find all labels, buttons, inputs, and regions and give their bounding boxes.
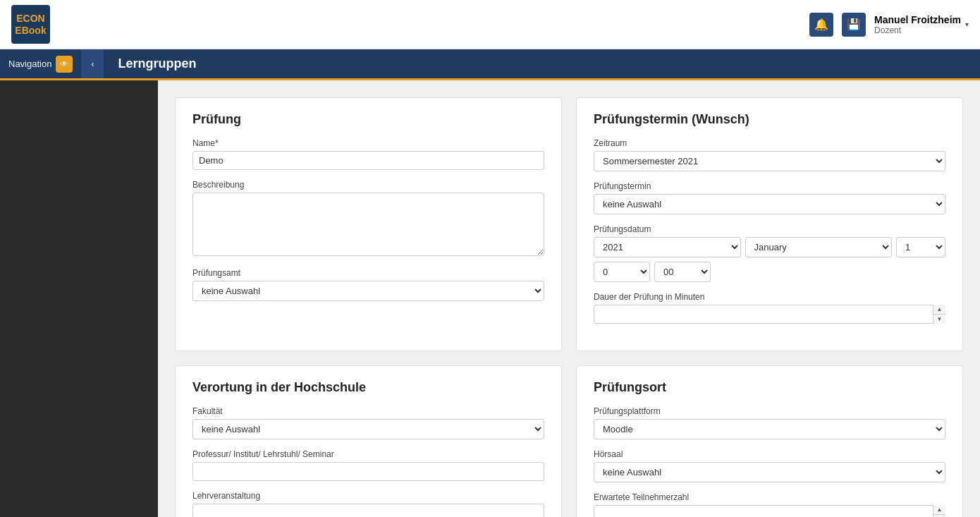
user-chevron-icon: ▾ (965, 20, 969, 28)
content-area: Prüfung Name* Beschreibung Prüfungsamt k… (158, 80, 980, 517)
verortung-title: Verortung in der Hochschule (192, 380, 544, 395)
collapse-button[interactable]: ‹ (81, 49, 104, 78)
pruefungstermin-card: Prüfungstermin (Wunsch) Zeitraum Sommers… (576, 97, 963, 351)
teilnehmer-label: Erwartete Teilnehmerzahl (594, 492, 945, 502)
pruefungsamt-select[interactable]: keine Auswahl (192, 281, 544, 301)
dauer-input[interactable] (594, 305, 945, 324)
date-row: 2021 2022 2023 January February March Ap… (594, 237, 945, 257)
hour-select[interactable]: 01234 56789 1011121314 1516171819 202122… (594, 262, 650, 282)
dauer-label: Dauer der Prüfung in Minuten (594, 292, 945, 302)
professur-group: Professur/ Institut/ Lehrstuhl/ Seminar (192, 449, 544, 481)
beschreibung-textarea[interactable] (192, 193, 544, 256)
hoersaal-group: Hörsaal keine Auswahl (594, 449, 945, 482)
beschreibung-group: Beschreibung (192, 180, 544, 258)
minute-select[interactable]: 00153045 (654, 262, 711, 282)
zeitraum-label: Zeitraum (594, 138, 945, 148)
topbar-right: 🔔 💾 Manuel Froitzheim Dozent ▾ (809, 13, 969, 37)
lehrveranstaltung-input[interactable] (192, 504, 544, 517)
name-label: Name* (192, 138, 544, 148)
plattform-group: Prüfungsplattform Moodle Zoom Teams (594, 406, 945, 439)
main-layout: Prüfung Name* Beschreibung Prüfungsamt k… (0, 80, 980, 517)
dauer-spinner: ▲ ▼ (933, 305, 945, 324)
pruefungsamt-label: Prüfungsamt (192, 268, 544, 278)
page-title: Lerngruppen (104, 56, 196, 71)
pruefungstermin-select[interactable]: keine Auswahl (594, 194, 945, 214)
lehrveranstaltung-label: Lehrveranstaltung (192, 491, 544, 501)
teilnehmer-wrapper: ▲ ▼ (594, 505, 945, 517)
beschreibung-label: Beschreibung (192, 180, 544, 190)
user-name: Manuel Froitzheim (874, 14, 961, 25)
zeitraum-select[interactable]: Sommersemester 2021 (594, 151, 945, 171)
eye-icon[interactable]: 👁 (56, 56, 73, 73)
year-select[interactable]: 2021 2022 2023 (594, 237, 741, 257)
pruefungsort-title: Prüfungsort (594, 380, 945, 395)
navbar: Navigation 👁 ‹ Lerngruppen (0, 49, 980, 80)
collapse-icon: ‹ (91, 59, 94, 69)
lehrveranstaltung-group: Lehrveranstaltung (192, 491, 544, 517)
time-row: 01234 56789 1011121314 1516171819 202122… (594, 262, 945, 282)
logo[interactable]: ECON EBook (11, 5, 50, 44)
professur-label: Professur/ Institut/ Lehrstuhl/ Seminar (192, 449, 544, 459)
dauer-wrapper: ▲ ▼ (594, 305, 945, 324)
day-select[interactable]: 12345 678910 (896, 237, 945, 257)
teilnehmer-input[interactable] (594, 505, 945, 517)
zeitraum-group: Zeitraum Sommersemester 2021 (594, 138, 945, 171)
pruefungstermin-label: Prüfungstermin (594, 181, 945, 191)
fakultaet-group: Fakultät keine Auswahl (192, 406, 544, 439)
dauer-up-button[interactable]: ▲ (933, 305, 945, 315)
user-role: Dozent (874, 25, 961, 35)
pruefung-title: Prüfung (192, 112, 544, 127)
pruefungsdatum-group: Prüfungsdatum 2021 2022 2023 January Feb… (594, 224, 945, 282)
month-select[interactable]: January February March April May June Ju… (745, 237, 893, 257)
save-icon[interactable]: 💾 (842, 13, 866, 37)
teilnehmer-group: Erwartete Teilnehmerzahl ▲ ▼ (594, 492, 945, 517)
pruefungsdatum-label: Prüfungsdatum (594, 224, 945, 234)
fakultaet-label: Fakultät (192, 406, 544, 416)
pruefungstermin-title: Prüfungstermin (Wunsch) (594, 112, 945, 127)
sidebar (0, 80, 158, 517)
professur-input[interactable] (192, 462, 544, 481)
verortung-card: Verortung in der Hochschule Fakultät kei… (175, 365, 562, 517)
pruefungsamt-group: Prüfungsamt keine Auswahl (192, 268, 544, 301)
teilnehmer-up-button[interactable]: ▲ (933, 505, 945, 515)
plattform-select[interactable]: Moodle Zoom Teams (594, 419, 945, 439)
hoersaal-select[interactable]: keine Auswahl (594, 462, 945, 482)
navigation-toggle[interactable]: Navigation 👁 (0, 49, 81, 78)
dauer-group: Dauer der Prüfung in Minuten ▲ ▼ (594, 292, 945, 324)
teilnehmer-spinner: ▲ ▼ (933, 505, 945, 517)
logo-line2: EBook (15, 25, 46, 37)
user-menu[interactable]: Manuel Froitzheim Dozent ▾ (874, 14, 969, 35)
name-group: Name* (192, 138, 544, 170)
pruefungsort-card: Prüfungsort Prüfungsplattform Moodle Zoo… (576, 365, 963, 517)
topbar: ECON EBook 🔔 💾 Manuel Froitzheim Dozent … (0, 0, 980, 49)
logo-line1: ECON (16, 13, 44, 25)
fakultaet-select[interactable]: keine Auswahl (192, 419, 544, 439)
name-input[interactable] (192, 151, 544, 170)
plattform-label: Prüfungsplattform (594, 406, 945, 416)
navigation-label: Navigation (8, 59, 51, 69)
pruefungstermin-group: Prüfungstermin keine Auswahl (594, 181, 945, 214)
hoersaal-label: Hörsaal (594, 449, 945, 459)
dauer-down-button[interactable]: ▼ (933, 315, 945, 324)
cards-grid: Prüfung Name* Beschreibung Prüfungsamt k… (175, 97, 963, 517)
pruefung-card: Prüfung Name* Beschreibung Prüfungsamt k… (175, 97, 562, 351)
notifications-icon[interactable]: 🔔 (809, 13, 833, 37)
user-details: Manuel Froitzheim Dozent (874, 14, 961, 35)
